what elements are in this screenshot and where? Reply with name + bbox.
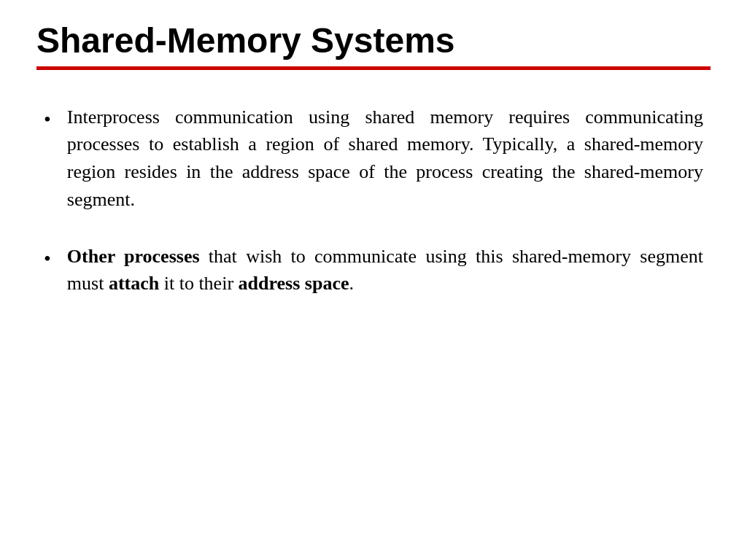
bullet-text-1: Interprocess communication using shared … xyxy=(67,104,703,214)
red-divider xyxy=(36,66,711,70)
bullet-dot-2: • xyxy=(44,244,51,273)
slide-content: • Interprocess communication using share… xyxy=(36,74,711,531)
bullet-list: • Interprocess communication using share… xyxy=(44,104,703,298)
slide-header: Shared-Memory Systems xyxy=(36,22,711,70)
list-item: • Other processes that wish to communica… xyxy=(44,243,703,298)
bold-other-processes: Other processes xyxy=(67,246,200,267)
slide: Shared-Memory Systems • Interprocess com… xyxy=(0,0,747,560)
bold-attach: attach xyxy=(109,273,159,294)
bullet-dot-1: • xyxy=(44,105,51,133)
slide-title: Shared-Memory Systems xyxy=(36,22,711,61)
bullet-text-2: Other processes that wish to communicate… xyxy=(67,243,703,298)
list-item: • Interprocess communication using share… xyxy=(44,104,703,214)
bold-address-space: address space xyxy=(239,273,349,294)
